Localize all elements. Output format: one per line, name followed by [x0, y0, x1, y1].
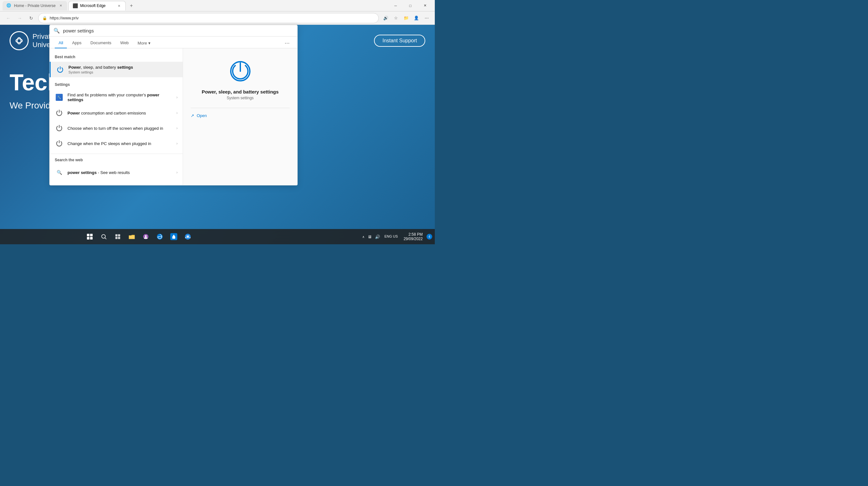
taskbar-explorer-button[interactable] [125, 230, 138, 243]
web-search-item[interactable]: 🔍 power settings - See web results › [50, 165, 183, 180]
filter-tabs: All Apps Documents Web More ▾ ⋯ [50, 37, 297, 48]
taskbar-teamviewer-button[interactable] [181, 230, 194, 243]
right-panel-subtitle: System settings [227, 96, 254, 100]
web-search-icon: 🔍 [55, 168, 64, 177]
best-match-label: Best match [50, 54, 183, 62]
search-icon: 🔍 [54, 28, 60, 34]
open-link[interactable]: ↗ Open [191, 113, 207, 118]
web-search-title: power settings - See web results [67, 170, 173, 175]
tab-private-universe[interactable]: 🌐 Home - Private Universe ✕ [3, 1, 67, 10]
tab-favicon-1: 🌐 [6, 3, 11, 8]
setting-item-screen-off[interactable]: Choose when to turn off the screen when … [50, 121, 183, 136]
url-bar[interactable]: 🔒 https://www.priv [38, 13, 379, 23]
instant-support-button[interactable]: Instant Support [374, 35, 425, 47]
taskbar-search-button[interactable] [97, 230, 110, 243]
system-tray: ∧ 🖥 🔊 [361, 234, 381, 240]
taskbar-store-button[interactable] [167, 230, 180, 243]
minimize-button[interactable]: ─ [388, 1, 403, 10]
logo-circle [9, 31, 29, 50]
chevron-right-icon-3: › [176, 126, 178, 130]
windows-logo-icon [87, 234, 93, 239]
best-match-text: Power, sleep, and battery settings Syste… [68, 65, 178, 74]
forward-button[interactable]: → [15, 14, 24, 23]
tab-title-2: Microsoft Edge [80, 3, 114, 8]
search-input-area: 🔍 [50, 25, 297, 37]
tab-close-2[interactable]: ✕ [117, 3, 122, 8]
tab-documents[interactable]: Documents [87, 38, 115, 48]
right-panel-divider [191, 108, 290, 108]
collections-button[interactable]: 📁 [402, 14, 411, 23]
settings-section: Settings 🔧 Find and fix problems with yo… [50, 81, 183, 151]
search-input[interactable] [63, 28, 293, 33]
taskbar-widgets-button[interactable] [112, 230, 124, 243]
taskbar: ∧ 🖥 🔊 ENG US 2:58 PM 29/09/2022 4 [0, 229, 435, 244]
setting-item-fix-problems[interactable]: 🔧 Find and fix problems with your comput… [50, 89, 183, 105]
svg-rect-7 [118, 237, 120, 239]
tab-web[interactable]: Web [117, 38, 133, 48]
favorites-button[interactable]: ☆ [392, 14, 400, 23]
address-bar-actions: 🔊 ☆ 📁 👤 ⋯ [381, 14, 431, 23]
tab-all[interactable]: All [55, 38, 67, 48]
taskbar-tray: ∧ 🖥 🔊 ENG US 2:58 PM 29/09/2022 4 [361, 232, 435, 242]
profile-button[interactable]: 👤 [412, 14, 421, 23]
taskbar-edge-icon [156, 233, 163, 240]
svg-point-9 [145, 235, 147, 237]
best-match-title: Power, sleep, and battery settings [68, 65, 178, 70]
show-hidden-icons-button[interactable]: ∧ [361, 234, 366, 239]
tab-edge[interactable]: ⬛ Microsoft Edge ✕ [68, 1, 126, 10]
network-icon[interactable]: 🖥 [366, 234, 373, 240]
search-results-left: Best match Power, sleep, and battery set… [50, 48, 183, 185]
maximize-button[interactable]: □ [403, 1, 417, 10]
read-aloud-button[interactable]: 🔊 [381, 14, 390, 23]
new-tab-button[interactable]: + [127, 1, 136, 10]
address-bar: ← → ↻ 🔒 https://www.priv 🔊 ☆ 📁 👤 ⋯ [0, 11, 435, 25]
fix-problems-text: Find and fix problems with your computer… [67, 93, 173, 102]
search-body: Best match Power, sleep, and battery set… [50, 48, 297, 185]
web-search-text: power settings - See web results [67, 170, 173, 175]
power-consumption-title: Power consumption and carbon emissions [67, 111, 173, 116]
volume-icon[interactable]: 🔊 [374, 234, 381, 240]
screen-off-icon [55, 124, 64, 133]
language-indicator[interactable]: ENG US [382, 234, 400, 239]
tab-title-1: Home - Private Universe [14, 3, 56, 8]
web-section-label: Search the web [50, 157, 183, 165]
setting-item-pc-sleep[interactable]: Change when the PC sleeps when plugged i… [50, 136, 183, 151]
power-icon-large [227, 59, 253, 84]
tab-close-1[interactable]: ✕ [58, 3, 63, 8]
svg-rect-6 [115, 237, 118, 239]
power-settings-icon [56, 65, 65, 74]
setting-item-power-consumption[interactable]: Power consumption and carbon emissions › [50, 105, 183, 121]
taskbar-remote-icon [184, 233, 191, 240]
start-button[interactable] [83, 230, 96, 243]
filter-options-button[interactable]: ⋯ [282, 39, 292, 47]
best-match-subtitle: System settings [68, 70, 178, 74]
taskbar-store-icon [170, 233, 177, 240]
clock-display[interactable]: 2:58 PM 29/09/2022 [401, 232, 425, 242]
right-panel-title: Power, sleep, and battery settings [202, 89, 279, 94]
svg-rect-4 [115, 234, 118, 237]
fix-problems-title: Find and fix problems with your computer… [67, 93, 173, 102]
tab-more[interactable]: More ▾ [135, 38, 153, 48]
chevron-right-icon-4: › [176, 141, 178, 146]
tab-apps[interactable]: Apps [68, 38, 85, 48]
best-match-item[interactable]: Power, sleep, and battery settings Syste… [50, 62, 183, 77]
tab-favicon-2: ⬛ [72, 3, 78, 8]
title-bar: 🌐 Home - Private Universe ✕ ⬛ Microsoft … [0, 0, 435, 11]
chevron-right-icon-1: › [176, 95, 178, 100]
notification-badge[interactable]: 4 [427, 234, 432, 239]
clock-date: 29/09/2022 [404, 237, 423, 241]
clock-time: 2:58 PM [404, 232, 423, 237]
pc-sleep-icon [55, 139, 64, 148]
taskbar-chat-icon [142, 233, 149, 240]
taskbar-center [83, 230, 194, 243]
chevron-right-icon-5: › [176, 170, 178, 174]
settings-button[interactable]: ⋯ [422, 14, 431, 23]
refresh-button[interactable]: ↻ [27, 14, 36, 23]
back-button[interactable]: ← [4, 14, 13, 23]
taskbar-chat-button[interactable] [140, 230, 152, 243]
lock-icon: 🔒 [42, 16, 47, 20]
close-button[interactable]: ✕ [417, 1, 432, 10]
screen-off-text: Choose when to turn off the screen when … [67, 126, 173, 131]
taskbar-edge-button[interactable] [153, 230, 166, 243]
taskbar-search-icon [101, 233, 107, 240]
